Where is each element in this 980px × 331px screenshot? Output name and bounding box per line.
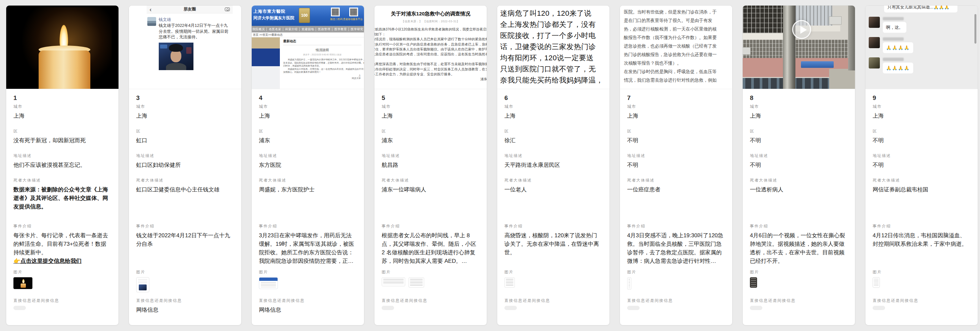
field-direct: 直接信息还是间接信息 (627, 299, 725, 318)
field-label: 地址描述 (750, 154, 848, 158)
field-district: 区 浦东 (382, 129, 479, 154)
field-label: 事件介绍 (750, 224, 848, 229)
photo-person (166, 63, 186, 70)
field-address: 地址描述 不明 (750, 154, 848, 178)
window-cage (743, 6, 788, 33)
field-label: 事件介绍 (382, 224, 479, 229)
district-value: 不明 (750, 136, 848, 145)
field-label: 事件介绍 (13, 224, 111, 229)
site-sidebar (252, 37, 280, 89)
field-direct: 直接信息还是间接信息 (504, 299, 602, 318)
memorial-card[interactable]: 只有其女儿眼见其病逝...🙏🙏🙏 啊，这。 🙏🙏🙏🙏 (865, 5, 978, 325)
event-value: 每张卡片、每行记录，代表着一条逝去的鲜活生命。目前有73+位死者！数据持续更新中… (13, 231, 111, 257)
moments-image-thumbnail[interactable] (136, 277, 149, 292)
video-image-thumbnail[interactable] (750, 277, 757, 288)
field-deceased: 死者大体描述 一位老人 (504, 178, 602, 224)
deceased-value: 一位老人 (504, 185, 602, 194)
author-name: 钱文雄 (159, 17, 231, 22)
memorial-card[interactable]: 关于对浦东120急救中心的调查情况 【信息来源：】 【信息时间：2022-03-… (374, 5, 487, 325)
field-direct: 直接信息还是间接信息 (13, 299, 111, 318)
chat-message-bubble: 只有其女儿眼见其病逝...🙏🙏🙏 (884, 6, 958, 13)
field-image: 图片 (750, 270, 848, 299)
notice-line: 的离世深表悲痛，对急救医生由于经验不足，处置不当未能及时出借车载除颤仪 (374, 62, 487, 67)
memorial-card[interactable]: 朋友圈 ‹ 钱文雄 钱文雄于2022年4月12日下午一点十九分去世。疫情期间一切… (129, 5, 242, 325)
text-image-thumbnail[interactable] (627, 277, 632, 290)
ledge (743, 33, 790, 40)
field-label: 直接信息还是间接信息 (750, 299, 848, 303)
field-district: 区 徐汇 (504, 129, 602, 154)
field-city: 城市 上海 (504, 104, 602, 129)
field-district: 区 没有死于新冠，却因新冠而死 (13, 129, 111, 154)
avatar (869, 37, 880, 48)
card-number: 9 (873, 89, 970, 104)
air-conditioner (829, 16, 842, 25)
notice-line: 周盛妮为我院护士，一直在院内从事护理相关工作。3月23日在家中哮喘发作，用药后无… (283, 58, 361, 61)
chat-message-bubble: 啊，这。 (883, 22, 906, 33)
qr-code-icon (349, 8, 358, 16)
concrete-ledge (829, 69, 855, 89)
field-event: 事件介绍 钱文雄于2022年4月12日下午一点十九分自杀 (136, 224, 234, 270)
memorial-card[interactable]: 1 城市 上海 区 没有死于新冠，却因新冠而死 地址描述 他们不应该被漠视甚至忘… (6, 5, 119, 325)
notice-line: 在航昌路376弄小区120急救医生未向求救患者施救的情况，我委立即连夜启动 (374, 27, 487, 32)
scrollbar[interactable] (974, 14, 977, 43)
video-frame-header (743, 6, 855, 89)
memorial-card[interactable]: 上海市東方醫院 同济大学附属东方医院 100 微信二维码 患者移动服务平台 我院… (251, 5, 364, 325)
field-label: 死者大体描述 (259, 178, 357, 182)
address-value: 不明 (873, 161, 970, 169)
field-label: 区 (873, 129, 970, 133)
field-label: 死者大体描述 (627, 178, 725, 182)
field-label: 地址描述 (627, 154, 725, 158)
field-image: 图片 (136, 270, 234, 299)
field-label: 地址描述 (13, 154, 111, 158)
website-image-thumbnail[interactable] (259, 277, 278, 289)
play-button-icon[interactable] (792, 20, 811, 39)
site-title: 上海市東方醫院 (253, 8, 285, 14)
field-label: 图片 (382, 270, 479, 274)
avatar (147, 17, 156, 26)
photo-light (186, 47, 191, 54)
field-label: 直接信息还是间接信息 (873, 299, 970, 303)
text-image-thumbnail[interactable] (382, 277, 405, 286)
candle-image-thumbnail[interactable] (13, 277, 32, 289)
direct-value: 网络信息 (259, 306, 357, 314)
field-direct: 直接信息还是间接信息 (382, 299, 479, 318)
memorial-card[interactable]: 医院。当时有些低烧，但是发热门诊在消杀，于 是在门口的黑夜里等待了很久。可是由于… (620, 5, 733, 325)
field-label: 城市 (627, 104, 725, 109)
deceased-value: 虹口区卫健委信息中心主任钱文雄 (136, 185, 234, 194)
notice-signature: 上 (283, 74, 361, 77)
field-deceased: 死者大体描述 网信证券副总裁韦桂国 (873, 178, 970, 224)
memorial-card[interactable]: 8 城市 上海 区 不明 地址描述 不明 死者大体描述 一位透析病人 事件介绍 … (742, 5, 855, 325)
city-value: 上海 (504, 112, 602, 120)
screenshot-text-line: 全上海发热门诊都关了，没有 (500, 19, 606, 30)
notice-line: 23时许，周盛妮同志因抢救无效去世。 (283, 64, 361, 67)
notice-line: 送来就诊。我院南院急诊部因疫情防控需要，正暂时关闭，进行环境采样和消毒。家属遂将… (283, 61, 361, 64)
direct-value (873, 306, 885, 310)
address-value: 航昌路 (382, 161, 479, 169)
text-image-thumbnail[interactable] (409, 277, 424, 288)
field-label: 死者大体描述 (136, 178, 234, 182)
field-direct: 直接信息还是间接信息 网络信息 (259, 299, 357, 318)
document-image-thumbnail[interactable] (873, 277, 880, 288)
direct-value (13, 306, 26, 310)
address-value: 不明 (627, 161, 725, 169)
field-label: 事件介绍 (259, 224, 357, 229)
field-label: 图片 (13, 270, 111, 274)
text-screenshot-header: 医院。当时有些低烧，但是发热门诊在消杀，于 是在门口的黑夜里等待了很久。可是由于… (620, 6, 732, 89)
field-event: 事件介绍 根据患者女儿公布的时间线，早上 8 点，其父哮喘发作、晕倒。随后，小区… (382, 224, 479, 270)
field-city: 城市 上海 (627, 104, 725, 129)
field-address: 地址描述 不明 (873, 154, 970, 178)
site-banner: 上海市東方醫院 同济大学附属东方医院 100 微信二维码 患者移动服务平台 (252, 6, 364, 26)
field-image: 图片 (13, 270, 111, 299)
event-value: 4月12日传出消息，韦桂国因脑溢血、封控期间联系救治未果，于家中病逝。 (873, 231, 970, 248)
deceased-value: 一位透析病人 (750, 185, 848, 194)
city-value: 上海 (13, 112, 111, 120)
text-image-thumbnail[interactable] (504, 277, 515, 288)
site-nav-menu[interactable]: 我院概况 │ 名医名家 │ 科室介绍 │ 党建园地 │ 医政管理 │ 医学教育 … (252, 26, 364, 32)
submit-info-link[interactable]: 👉点击这里提交信息给我们 (13, 257, 111, 265)
address-value: 天平路街道永康居民区 (504, 161, 602, 169)
memorial-card[interactable]: 迷病危了叫120，120来了说 全上海发热门诊都关了，没有 医院接收，打了一个多… (497, 5, 610, 325)
chat-sender-name-redacted (883, 58, 904, 61)
direct-value (504, 306, 517, 310)
screenshot-text-line: 均有阳闭环，120说一定要送 (500, 53, 606, 64)
site-main: 最新动态 情况说明 发表于：2022/3/25 9:46:40 有553人阅读 … (252, 37, 364, 89)
